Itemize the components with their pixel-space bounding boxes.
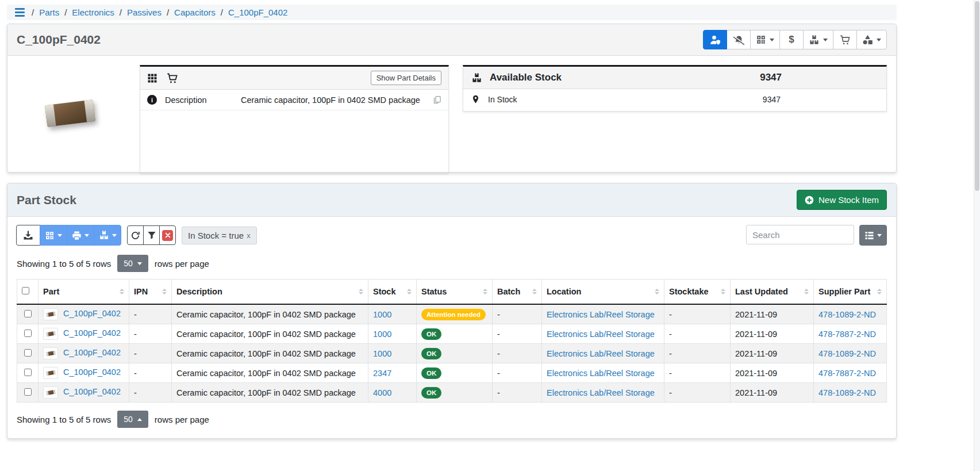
location-link[interactable]: Electronics Lab/Reel Storage	[547, 349, 655, 358]
stock-table-toolbar: In Stock = true x	[17, 225, 887, 246]
supplier-part-link[interactable]: 478-7887-2-ND	[818, 330, 876, 339]
chevron-down-icon	[57, 234, 62, 237]
part-thumbnail[interactable]	[43, 347, 58, 359]
boxes-icon	[809, 35, 820, 45]
clear-filters-button[interactable]	[159, 225, 176, 245]
stock-cell: 1000	[368, 324, 417, 344]
location-link[interactable]: Electronics Lab/Reel Storage	[547, 310, 655, 319]
part-thumbnail[interactable]	[43, 386, 58, 399]
breadcrumb-link-passives[interactable]: Passives	[127, 7, 162, 17]
column-header-supplier-part[interactable]: Supplier Part	[814, 279, 887, 305]
row-checkbox[interactable]	[24, 369, 32, 376]
stock-table: Part IPN Description Stock Status Batch …	[17, 279, 887, 403]
location-link[interactable]: Electronics Lab/Reel Storage	[547, 330, 655, 339]
column-header-part[interactable]: Part	[39, 279, 129, 305]
supplier-part-link[interactable]: 478-1089-2-ND	[818, 388, 876, 397]
refresh-button[interactable]	[127, 225, 144, 245]
column-header-stocktake[interactable]: Stocktake	[664, 279, 731, 305]
barcode-options-button[interactable]	[40, 225, 67, 246]
location-cell: Electronics Lab/Reel Storage	[542, 324, 664, 344]
location-link[interactable]: Electronics Lab/Reel Storage	[547, 388, 655, 397]
filter-button[interactable]	[143, 225, 160, 245]
breadcrumb-link-capacitors[interactable]: Capacitors	[174, 7, 216, 17]
plus-circle-icon	[805, 196, 814, 205]
part-thumbnail[interactable]	[43, 328, 58, 340]
sort-icon	[873, 289, 882, 294]
remove-filter-x[interactable]: x	[247, 231, 251, 240]
scrollbar[interactable]	[974, 0, 980, 471]
row-checkbox[interactable]	[24, 330, 32, 337]
print-actions-button[interactable]	[67, 225, 94, 246]
scrollbar-thumb[interactable]	[975, 1, 979, 191]
column-header-location[interactable]: Location	[542, 279, 664, 305]
pricing-button[interactable]: $	[779, 30, 804, 49]
column-header-description[interactable]: Description	[172, 279, 368, 305]
new-stock-item-button[interactable]: New Stock Item	[797, 190, 887, 210]
page-size-dropdown[interactable]: 50	[117, 411, 148, 428]
part-thumbnail[interactable]	[43, 367, 58, 379]
batch-cell: -	[493, 363, 542, 383]
row-checkbox[interactable]	[24, 388, 32, 396]
show-part-details-button[interactable]: Show Part Details	[371, 71, 441, 85]
search-input[interactable]	[746, 225, 854, 244]
filter-chip-in-stock[interactable]: In Stock = true x	[182, 227, 257, 244]
stock-actions-button[interactable]	[803, 30, 833, 49]
part-cell: C_100pF_0402	[39, 324, 129, 344]
column-header-ipn[interactable]: IPN	[129, 279, 172, 305]
sort-icon	[354, 289, 363, 294]
sort-icon	[115, 289, 124, 294]
breadcrumb-link-current-part[interactable]: C_100pF_0402	[228, 7, 287, 17]
stock-link[interactable]: 4000	[373, 388, 391, 397]
breadcrumb-link-parts[interactable]: Parts	[39, 7, 59, 17]
part-image[interactable]	[17, 65, 126, 163]
part-link[interactable]: C_100pF_0402	[63, 328, 121, 338]
menu-icon[interactable]	[15, 8, 25, 17]
part-link[interactable]: C_100pF_0402	[63, 367, 121, 377]
in-stock-value: 9347	[763, 95, 781, 104]
stock-cell: 1000	[368, 344, 417, 363]
ipn-cell: -	[129, 324, 172, 344]
boxes-icon	[99, 230, 109, 240]
capacitor-thumb-image	[46, 370, 55, 376]
supplier-part-link[interactable]: 478-1089-2-ND	[818, 310, 876, 319]
part-link[interactable]: C_100pF_0402	[63, 309, 121, 318]
dollar-icon: $	[789, 34, 794, 45]
stock-link[interactable]: 1000	[373, 310, 391, 319]
subscribe-button[interactable]	[703, 30, 727, 49]
grid-icon	[147, 73, 157, 83]
part-link[interactable]: C_100pF_0402	[63, 348, 121, 357]
last-updated-cell: 2021-11-09	[731, 383, 814, 403]
column-header-batch[interactable]: Batch	[493, 279, 542, 305]
unsubscribe-button[interactable]	[727, 30, 751, 49]
order-part-button[interactable]	[833, 30, 857, 49]
breadcrumb-link-electronics[interactable]: Electronics	[72, 7, 114, 17]
chevron-down-icon	[137, 262, 142, 265]
stock-link[interactable]: 1000	[373, 330, 391, 339]
description-cell: Ceramic capacitor, 100pF in 0402 SMD pac…	[172, 324, 368, 344]
qrcode-icon	[756, 35, 766, 45]
cart-icon	[840, 35, 851, 45]
part-thumbnail[interactable]	[43, 308, 58, 320]
column-header-stock[interactable]: Stock	[368, 279, 417, 305]
supplier-part-link[interactable]: 478-1089-2-ND	[818, 349, 876, 358]
supplier-part-link[interactable]: 478-7887-2-ND	[818, 369, 876, 378]
row-checkbox[interactable]	[24, 349, 32, 357]
refresh-icon	[130, 231, 140, 240]
stock-link[interactable]: 1000	[373, 349, 391, 358]
stock-options-button[interactable]	[94, 225, 121, 246]
column-header-last-updated[interactable]: Last Updated	[731, 279, 814, 305]
table-view-button[interactable]	[859, 225, 887, 246]
part-link[interactable]: C_100pF_0402	[63, 387, 121, 396]
row-checkbox[interactable]	[24, 310, 32, 317]
export-button[interactable]	[16, 225, 40, 246]
part-details-panel: Show Part Details i Description Ceramic …	[140, 65, 449, 173]
page-size-dropdown[interactable]: 50	[117, 255, 148, 272]
barcode-actions-button[interactable]	[750, 30, 780, 49]
stock-link[interactable]: 2347	[373, 369, 391, 378]
location-link[interactable]: Electronics Lab/Reel Storage	[547, 369, 655, 378]
copy-icon[interactable]	[433, 95, 441, 104]
select-all-header	[17, 279, 39, 305]
part-options-button[interactable]	[856, 30, 887, 49]
column-header-status[interactable]: Status	[417, 279, 493, 305]
select-all-checkbox[interactable]	[22, 287, 29, 294]
